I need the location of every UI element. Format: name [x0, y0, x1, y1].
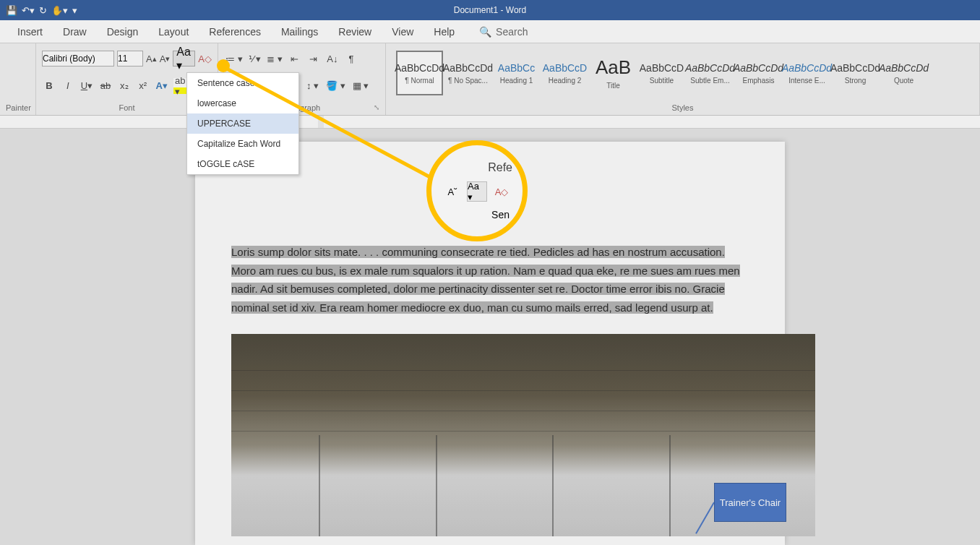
styles-group: AaBbCcDd¶ NormalAaBbCcDd¶ No Spac...AaBb… — [386, 43, 980, 115]
style-heading-2[interactable]: AaBbCcDHeading 2 — [541, 51, 588, 95]
case-capitalize[interactable]: Capitalize Each Word — [187, 134, 298, 154]
search-icon: 🔍 — [479, 26, 491, 38]
tab-design[interactable]: Design — [97, 22, 149, 42]
tab-references[interactable]: References — [199, 22, 271, 42]
save-icon[interactable]: 💾 — [6, 5, 17, 16]
tab-mailings[interactable]: Mailings — [271, 22, 328, 42]
zoom-label: Refe — [488, 161, 512, 174]
shrink-font-icon[interactable]: A▾ — [160, 51, 171, 66]
style-subtle-em-[interactable]: AaBbCcDdSubtle Em... — [687, 51, 734, 95]
style--normal[interactable]: AaBbCcDd¶ Normal — [396, 51, 443, 95]
show-marks-button[interactable]: ¶ — [343, 51, 359, 66]
underline-button[interactable]: U ▾ — [79, 78, 94, 94]
clipboard-group: Painter — [0, 43, 36, 115]
increase-indent-button[interactable]: ⇥ — [306, 51, 322, 66]
sort-button[interactable]: A↓ — [324, 51, 340, 66]
decrease-indent-button[interactable]: ⇤ — [287, 51, 303, 66]
case-upper[interactable]: UPPERCASE — [187, 113, 298, 134]
clipboard-label: Painter — [6, 102, 30, 113]
tab-insert[interactable]: Insert — [7, 22, 53, 42]
callout-line — [695, 502, 715, 534]
callout-box[interactable]: Trainer's Chair — [714, 483, 786, 522]
shading-button[interactable]: 🪣 ▾ — [324, 78, 347, 94]
italic-button[interactable]: I — [61, 78, 75, 94]
tab-review[interactable]: Review — [328, 22, 382, 42]
undo-icon[interactable]: ↶▾ — [22, 5, 35, 16]
qat-more-icon[interactable]: ▾ — [72, 5, 77, 16]
style-quote[interactable]: AaBbCcDdQuote — [880, 51, 927, 95]
search-label: Search — [496, 26, 528, 38]
strike-button[interactable]: ab — [98, 78, 113, 94]
style-strong[interactable]: AaBbCcDdStrong — [832, 51, 879, 95]
selected-text[interactable]: Loris sump dolor sits mate. . . . commun… — [231, 246, 740, 314]
tell-me-search[interactable]: 🔍 Search — [479, 26, 528, 38]
window-title: Document1 - Word — [454, 5, 526, 15]
style-title[interactable]: AaBTitle — [590, 51, 637, 95]
borders-button[interactable]: ▦ ▾ — [351, 78, 371, 94]
style--no-spac-[interactable]: AaBbCcDd¶ No Spac... — [444, 51, 491, 95]
tab-layout[interactable]: Layout — [148, 22, 199, 42]
styles-group-label: Styles — [392, 102, 973, 113]
quick-access-toolbar: 💾 ↶▾ ↻ ✋▾ ▾ — [0, 5, 83, 16]
numbering-button[interactable]: ⅟ ▾ — [247, 51, 263, 66]
zoom-sentence-label: Sen — [491, 209, 510, 220]
tab-draw[interactable]: Draw — [53, 22, 97, 42]
style-emphasis[interactable]: AaBbCcDdEmphasis — [735, 51, 782, 95]
grow-font-icon[interactable]: A▴ — [146, 51, 157, 66]
ribbon-tabs: Insert Draw Design Layout References Mai… — [0, 20, 980, 43]
case-lower[interactable]: lowercase — [187, 93, 298, 113]
line-spacing-button[interactable]: ↕ ▾ — [305, 78, 320, 94]
font-size-select[interactable] — [117, 51, 143, 66]
bold-button[interactable]: B — [42, 78, 56, 94]
zoom-change-case-button[interactable]: Aa ▾ — [467, 181, 487, 202]
ribbon: Painter A▴ A▾ Aa ▾ A◇ B I U ▾ ab x₂ x² A… — [0, 43, 980, 116]
title-bar: 💾 ↶▾ ↻ ✋▾ ▾ Document1 - Word — [0, 0, 980, 20]
paragraph-dialog-launcher-icon[interactable]: ⤡ — [374, 103, 384, 113]
font-name-select[interactable] — [42, 51, 114, 66]
case-toggle[interactable]: tOGGLE cASE — [187, 154, 298, 174]
tab-view[interactable]: View — [382, 22, 424, 42]
multilevel-button[interactable]: ≣ ▾ — [265, 51, 284, 66]
zoom-shrink-icon: A˘ — [442, 181, 463, 202]
change-case-menu: Sentence case. lowercase UPPERCASE Capit… — [186, 72, 299, 175]
superscript-button[interactable]: x² — [136, 78, 150, 94]
change-case-button[interactable]: Aa ▾ — [173, 51, 195, 66]
zoom-clear-icon: A◇ — [491, 181, 512, 202]
redo-icon[interactable]: ↻ — [39, 5, 47, 16]
tab-help[interactable]: Help — [424, 22, 465, 42]
inserted-image[interactable]: Trainer's Chair — [231, 334, 815, 536]
style-heading-1[interactable]: AaBbCcHeading 1 — [493, 51, 540, 95]
case-sentence[interactable]: Sentence case. — [187, 73, 298, 93]
style-subtitle[interactable]: AaBbCcDSubtitle — [638, 51, 685, 95]
style-intense-e-[interactable]: AaBbCcDdIntense E... — [783, 51, 830, 95]
touch-mode-icon[interactable]: ✋▾ — [51, 5, 68, 16]
text-effects-button[interactable]: A ▾ — [155, 78, 169, 94]
clear-format-icon[interactable]: A◇ — [198, 51, 212, 66]
highlight-dot-icon — [217, 59, 230, 72]
horizontal-ruler[interactable] — [0, 116, 980, 129]
subscript-button[interactable]: x₂ — [117, 78, 132, 94]
zoom-callout: Refe A˘ Aa ▾ A◇ Sen — [426, 140, 528, 241]
